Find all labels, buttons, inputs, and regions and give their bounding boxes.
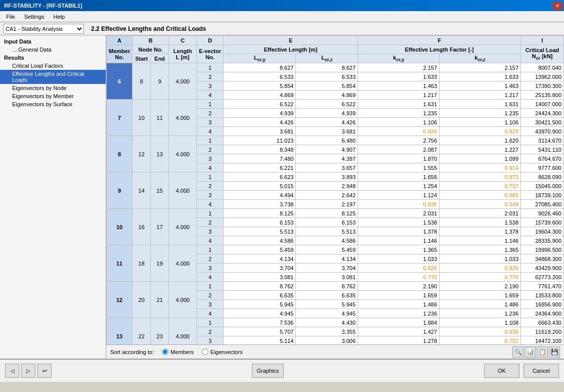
sidebar-item-eigenvectors-member[interactable]: Eigenvectors by Member: [0, 92, 106, 100]
menu-settings[interactable]: Settings: [20, 13, 49, 21]
nav-reset-button[interactable]: ↩: [37, 364, 52, 378]
ca-select[interactable]: CA1 - Stability Analysis: [3, 24, 84, 34]
sidebar-item-eigenvectors-surface[interactable]: Eigenvectors by Surface: [0, 100, 106, 108]
content-area: A B C D E F I MemberNo. Node No. LengthL…: [106, 35, 564, 359]
close-button[interactable]: ✕: [553, 2, 562, 10]
header-lcrz: Lcr,z: [296, 54, 358, 63]
ncr: 8628.090: [521, 172, 564, 182]
kcrz: 1.620: [440, 136, 521, 145]
sidebar-item-general-data[interactable]: ....General Data: [0, 46, 106, 54]
sidebar-item-eigenvectors-node[interactable]: Eigenvectors by Node: [0, 84, 106, 92]
lcry: 8.762: [224, 282, 296, 291]
sidebar-item-critical-load[interactable]: Critical Load Factors: [0, 62, 106, 70]
node-end: 19: [151, 245, 169, 282]
kcrz: 1.631: [440, 100, 521, 109]
col-b-letter: B: [133, 36, 169, 45]
length: 4.000: [169, 318, 197, 344]
col-headers-row: MemberNo. Node No. LengthL [m] E-vectorN…: [107, 45, 564, 54]
kcrz: 1.217: [440, 91, 521, 100]
lcry: 5.459: [224, 245, 296, 254]
kcry: 1.217: [358, 91, 440, 100]
member-number: 6: [107, 63, 133, 100]
lcrz: 4.869: [296, 91, 358, 100]
lcry: 8.627: [224, 63, 296, 72]
action-btn-search[interactable]: 🔍: [512, 346, 524, 358]
kcry: 2.157: [358, 63, 440, 72]
kcry: 0.770: [358, 273, 440, 282]
nav-back-button[interactable]: ◁: [5, 364, 19, 378]
ncr: 15045.000: [521, 182, 564, 191]
ncr: 3114.670: [521, 136, 564, 145]
lcrz: 4.134: [296, 254, 358, 264]
ncr: 25135.800: [521, 91, 564, 100]
lcrz: 6.153: [296, 218, 358, 227]
member-number: 8: [107, 136, 133, 172]
kcrz: 1.538: [440, 218, 521, 227]
ncr: 13962.000: [521, 72, 564, 81]
sidebar: Input Data ....General Data Results Crit…: [0, 35, 106, 359]
table-container[interactable]: A B C D E F I MemberNo. Node No. LengthL…: [106, 35, 564, 344]
evector: 4: [197, 127, 224, 136]
ok-button[interactable]: OK: [484, 364, 519, 378]
kcrz: 1.146: [440, 236, 521, 245]
kcrz: 1.463: [440, 81, 521, 91]
menu-file[interactable]: File: [2, 13, 19, 21]
node-start: 20: [133, 282, 151, 318]
evector: 1: [197, 209, 224, 218]
action-btn-chart[interactable]: 📊: [525, 346, 536, 358]
ncr: 13533.800: [521, 291, 564, 300]
sort-members-text: Members: [170, 349, 194, 355]
kcry: 1.365: [358, 245, 440, 254]
bottom-bar: ◁ ▷ ↩ Graphics OK Cancel: [0, 359, 564, 382]
col-f-letter: F: [358, 36, 521, 45]
evector: 2: [197, 109, 224, 118]
action-btn-export[interactable]: 💾: [549, 346, 560, 358]
action-btn-copy[interactable]: 📋: [537, 346, 548, 358]
kcrz: 2.190: [440, 282, 521, 291]
sort-members-radio[interactable]: [162, 349, 168, 355]
kcrz: 0.926: [440, 264, 521, 273]
kcrz: 1.378: [440, 227, 521, 236]
sidebar-item-effective-lengths[interactable]: Effective Lengths and Critical Loads: [0, 70, 106, 84]
lcrz: 2.948: [296, 182, 358, 191]
menu-help[interactable]: Help: [49, 13, 69, 21]
lcrz: 6.533: [296, 72, 358, 81]
sort-eigenvectors-radio[interactable]: [202, 349, 208, 355]
length: 4.000: [169, 245, 197, 282]
sort-eigenvectors-label[interactable]: Eigenvectors: [202, 349, 243, 355]
evector: 3: [197, 227, 224, 236]
ncr: 18739.100: [521, 191, 564, 200]
evector: 2: [197, 291, 224, 300]
lcry: 5.707: [224, 327, 296, 336]
table-row: 812134.000111.0236.4802.7561.6203114.670: [107, 136, 564, 145]
kcry: 1.659: [358, 291, 440, 300]
col-i-letter: I: [521, 36, 564, 45]
lcry: 3.681: [224, 127, 296, 136]
kcry: 1.538: [358, 218, 440, 227]
nav-forward-button[interactable]: ▷: [21, 364, 35, 378]
length: 4.000: [169, 100, 197, 136]
lcry: 6.623: [224, 172, 296, 182]
sort-members-label[interactable]: Members: [162, 349, 194, 355]
length: 4.000: [169, 282, 197, 318]
header-eff-length: Effective Length [m]: [224, 45, 358, 54]
col-d-letter: D: [197, 36, 224, 45]
node-end: 17: [151, 209, 169, 245]
kcrz: 1.106: [440, 118, 521, 127]
kcry: 1.235: [358, 109, 440, 118]
member-number: 7: [107, 100, 133, 136]
lcry: 4.939: [224, 109, 296, 118]
ncr: 14472.100: [521, 336, 564, 344]
evector: 3: [197, 154, 224, 163]
kcry: 1.427: [358, 327, 440, 336]
lcry: 8.348: [224, 145, 296, 154]
evector: 2: [197, 327, 224, 336]
graphics-button[interactable]: Graphics: [252, 364, 283, 378]
kcry: 1.656: [358, 172, 440, 182]
kcrz: 2.031: [440, 209, 521, 218]
ncr: 43429.900: [521, 264, 564, 273]
ncr: 28335.900: [521, 236, 564, 245]
cancel-button[interactable]: Cancel: [524, 364, 559, 378]
sort-eigenvectors-text: Eigenvectors: [210, 349, 243, 355]
kcrz: 0.549: [440, 200, 521, 209]
